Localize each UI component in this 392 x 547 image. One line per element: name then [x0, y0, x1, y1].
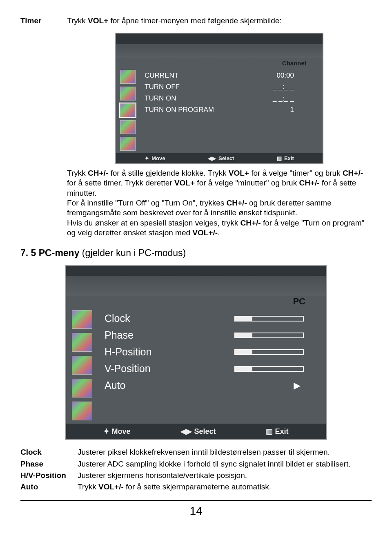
def-term: Phase — [20, 459, 74, 469]
osd-row-label: TURN OFF — [145, 83, 180, 91]
def-term: Clock — [20, 447, 74, 457]
def-text: Trykk VOL+/- for å sette skjermparameter… — [78, 482, 372, 492]
section-heading-7-5: 7. 5 PC-meny (gjelder kun i PC-modus) — [20, 248, 372, 259]
heading-number: 7. 5 — [20, 248, 39, 258]
osd-row[interactable]: TURN ON PROGRAM 1 — [143, 104, 318, 116]
section-label-timer: Timer — [20, 16, 53, 240]
osd-footer: ✦Move ◀▶Select ▥Exit — [116, 153, 323, 163]
osd-row-value: 00:00 — [276, 71, 294, 80]
def-term: H/V-Position — [20, 471, 74, 480]
osd-row[interactable]: TURN OFF _ _:_ _ — [143, 81, 318, 93]
osd-row[interactable]: V-Position — [102, 360, 320, 377]
osd-row-label: TURN ON — [145, 94, 176, 103]
arrow-right-icon: ▶ — [294, 380, 304, 391]
osd-row[interactable]: Auto ▶ — [102, 377, 320, 394]
osd-row-label: CURRENT — [145, 71, 178, 80]
text: Select — [218, 155, 234, 161]
osd-menu-icon[interactable] — [120, 103, 136, 117]
osd-footer-move: ✦Move — [145, 155, 165, 161]
osd-gradient — [116, 44, 323, 58]
text: Trykk — [67, 16, 88, 25]
osd-footer-move: ✦ Move — [103, 427, 130, 436]
text: Move — [151, 155, 165, 161]
page-number: 14 — [20, 505, 372, 518]
menu-icon: ▥ — [266, 427, 273, 435]
timer-intro: Trykk VOL+ for åpne timer-menyen med føl… — [67, 16, 372, 25]
slider-fill — [235, 317, 252, 321]
osd-footer-select: ◀▶ Select — [180, 427, 216, 436]
osd-header: Channel — [116, 58, 323, 70]
leftright-icon: ◀▶ — [180, 427, 192, 435]
menu-icon: ▥ — [277, 155, 282, 161]
osd-menu-icon[interactable] — [120, 87, 136, 100]
slider-bar[interactable] — [234, 366, 304, 372]
osd-menu-icon[interactable] — [72, 333, 92, 352]
def-text: Justerer piksel klokkefrekvensen inntil … — [78, 447, 372, 457]
osd-row-label: H-Position — [105, 346, 234, 358]
osd-row[interactable]: Phase — [102, 327, 320, 344]
text: Trykk — [78, 482, 98, 491]
def-text: Justerer ADC sampling klokke i forhold t… — [78, 459, 372, 469]
updown-icon: ✦ — [145, 155, 149, 161]
osd-footer-select: ◀▶Select — [208, 155, 234, 161]
def-term: Auto — [20, 482, 74, 492]
def-text: Justerer skjermens horisontale/vertikale… — [78, 471, 372, 480]
text: Exit — [275, 427, 288, 435]
osd-row-label: Clock — [105, 313, 234, 324]
osd-topbar — [66, 266, 326, 276]
osd-menu-icon[interactable] — [72, 379, 92, 397]
slider-bar[interactable] — [234, 333, 304, 338]
osd-pc-panel: PC Clock Phase H-Position — [65, 265, 327, 440]
osd-row[interactable]: CURRENT 00:00 — [143, 70, 318, 81]
slider-fill — [235, 350, 252, 354]
osd-menu-icon[interactable] — [72, 310, 92, 329]
slider-bar[interactable] — [234, 316, 304, 322]
osd-row-value: _ _:_ _ — [273, 83, 294, 91]
osd-row-label: V-Position — [105, 363, 234, 375]
osd-header: PC — [66, 296, 326, 310]
osd-gradient — [66, 276, 326, 296]
text: Select — [194, 427, 216, 435]
slider-fill — [235, 333, 252, 337]
osd-menu-icon[interactable] — [120, 70, 136, 84]
osd-icon-column — [72, 310, 96, 420]
text-bold: VOL+/- — [98, 482, 124, 491]
osd-icon-column — [120, 70, 139, 151]
text-bold: VOL+ — [88, 16, 108, 25]
text: for åpne timer-menyen med følgende skjer… — [108, 16, 282, 25]
text: Exit — [284, 155, 294, 161]
text: for å sette skjermparameterne automatisk… — [124, 482, 271, 491]
osd-row-value: 1 — [290, 106, 294, 114]
osd-row-label: Auto — [105, 380, 294, 391]
osd-menu-icon[interactable] — [72, 356, 92, 375]
leftright-icon: ◀▶ — [208, 155, 216, 161]
text: Move — [111, 427, 130, 435]
heading-subtitle: (gjelder kun i PC-modus) — [82, 248, 186, 258]
definitions-list: Clock Justerer piksel klokkefrekvensen i… — [20, 447, 372, 492]
osd-row-value: _ _:_ _ — [273, 94, 294, 103]
divider — [20, 500, 372, 501]
osd-row-label: TURN ON PROGRAM — [145, 106, 214, 114]
timer-paragraph: Trykk CH+/- for å stille gjeldende klokk… — [67, 168, 372, 238]
slider-bar[interactable] — [234, 349, 304, 355]
osd-row[interactable]: Clock — [102, 310, 320, 327]
osd-row-label: Phase — [105, 329, 234, 341]
updown-icon: ✦ — [103, 427, 109, 435]
osd-menu-icon[interactable] — [72, 402, 92, 420]
osd-footer-exit: ▥ Exit — [266, 427, 288, 436]
osd-topbar — [116, 33, 323, 44]
osd-menu-icon[interactable] — [120, 120, 136, 134]
heading-title: PC-meny — [39, 248, 82, 258]
slider-fill — [235, 367, 252, 371]
osd-footer: ✦ Move ◀▶ Select ▥ Exit — [66, 424, 326, 439]
osd-footer-exit: ▥Exit — [277, 155, 294, 161]
osd-row[interactable]: TURN ON _ _:_ _ — [143, 93, 318, 104]
osd-row[interactable]: H-Position — [102, 344, 320, 360]
osd-menu-icon[interactable] — [120, 137, 136, 151]
osd-timer-panel: Channel CURRENT 00:00 — [115, 33, 323, 164]
